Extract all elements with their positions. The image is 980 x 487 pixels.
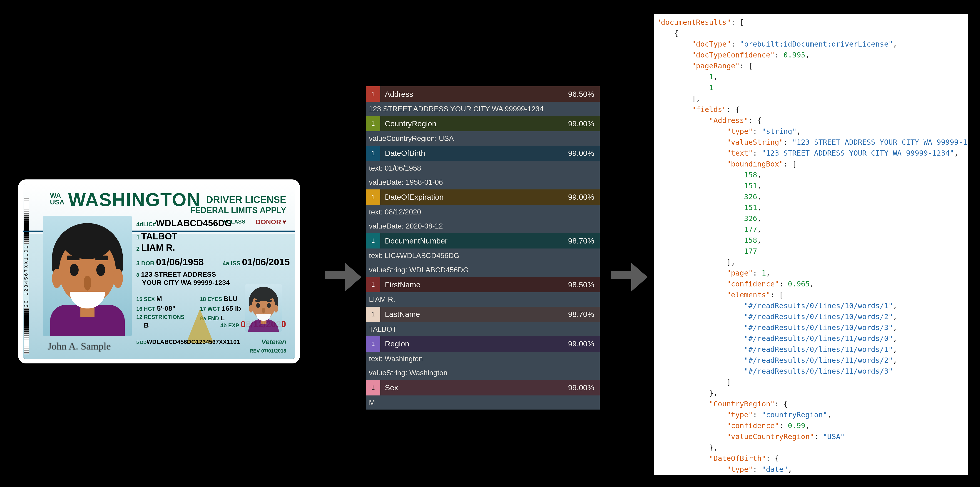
iss: 4a ISS 01/06/2015	[223, 257, 290, 267]
name-block: 1 TALBOT 2 LIAM R.	[136, 231, 177, 253]
field-row-dateofbirth: 1 DateOfBirth 99.00%	[366, 146, 600, 161]
state-abbrev: WA USA	[50, 192, 64, 205]
dd-line: 5 DDWDLABCD456DG1234567XX1101	[136, 339, 240, 345]
barcode-vertical: 20 1234567XX1101	[24, 197, 38, 354]
federal-limits: FEDERAL LIMITS APPLY	[190, 205, 286, 215]
license-type: DRIVER LICENSE	[206, 194, 286, 205]
license-number: 4dLIC#WDLABCD456DG	[136, 218, 232, 228]
field-row-documentnumber: 1 DocumentNumber 98.70%	[366, 233, 600, 248]
heart-icon: ♥	[282, 218, 286, 226]
arrow-right-icon	[609, 257, 650, 298]
dob: 3 DOB 01/06/1958	[136, 257, 204, 267]
confidence: 96.50%	[568, 90, 600, 99]
address-block: 8 123 STREET ADDRESS YOUR CITY WA 99999-…	[136, 270, 230, 286]
diagram-canvas: 20 1234567XX1101 WA USA WASHINGTON DRIVE…	[0, 0, 980, 487]
arrow-right-icon	[323, 257, 363, 298]
json-output-panel: "documentResults": [ { "docType": "prebu…	[654, 14, 968, 475]
donor-badge: DONOR♥	[256, 218, 286, 226]
veteran-badge: Veteran	[261, 338, 286, 346]
count-chip: 1	[366, 86, 380, 102]
extracted-fields-panel: 1 Address 96.50% 123 STREET ADDRESS YOUR…	[366, 86, 600, 409]
field-row-dateofexpiration: 1 DateOfExpiration 99.00%	[366, 189, 600, 205]
tree-icon	[186, 309, 213, 343]
driver-license-card: 20 1234567XX1101 WA USA WASHINGTON DRIVE…	[23, 184, 295, 359]
field-row-countryregion: 1 CountryRegion 99.00%	[366, 116, 600, 131]
photo-ghost	[245, 284, 282, 332]
revision: REV 07/01/2018	[250, 348, 286, 354]
field-detail: 123 STREET ADDRESS YOUR CITY WA 99999-12…	[366, 102, 600, 116]
field-row-lastname: 1 LastName 98.70%	[366, 307, 600, 322]
photo-main	[43, 216, 132, 336]
field-row-address: 1 Address 96.50%	[366, 86, 600, 102]
field-row-region: 1 Region 99.00%	[366, 336, 600, 352]
field-row-firstname: 1 FirstName 98.50%	[366, 277, 600, 292]
signature: John A. Sample	[48, 341, 111, 352]
state-name: WASHINGTON	[68, 189, 200, 210]
field-row-sex: 1 Sex 99.00%	[366, 380, 600, 395]
json-content: "documentResults": [ { "docType": "prebu…	[654, 14, 968, 475]
